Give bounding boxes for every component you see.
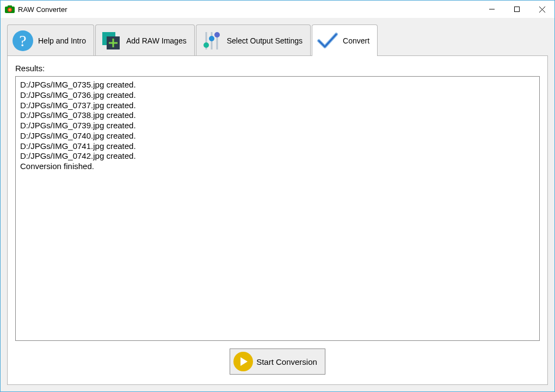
play-icon: [233, 352, 253, 371]
help-icon: ?: [12, 30, 34, 52]
tab-help[interactable]: ? Help and Intro: [7, 24, 94, 56]
svg-point-18: [209, 36, 214, 41]
svg-point-19: [214, 32, 220, 38]
tab-add-label: Add RAW Images: [126, 36, 187, 45]
tab-content-convert: Results: D:/JPGs/IMG_0735.jpg created.D:…: [7, 55, 548, 385]
tab-bar: ? Help and Intro Add RAW Images: [7, 24, 548, 56]
start-conversion-button[interactable]: Start Conversion: [230, 349, 325, 375]
maximize-button[interactable]: [504, 1, 529, 18]
tab-help-label: Help and Intro: [38, 36, 86, 45]
tab-convert[interactable]: Convert: [312, 24, 378, 56]
close-button[interactable]: [529, 1, 554, 18]
results-line: D:/JPGs/IMG_0738.jpg created.: [20, 110, 535, 121]
results-line: D:/JPGs/IMG_0741.jpg created.: [20, 141, 535, 152]
svg-marker-20: [240, 357, 248, 366]
results-line: Conversion finished.: [20, 161, 535, 172]
results-line: D:/JPGs/IMG_0736.jpg created.: [20, 90, 535, 101]
results-line: D:/JPGs/IMG_0742.jpg created.: [20, 151, 535, 161]
tab-add[interactable]: Add RAW Images: [95, 24, 195, 56]
start-conversion-label: Start Conversion: [256, 357, 317, 366]
minimize-button[interactable]: [479, 1, 504, 18]
checkmark-icon: [317, 30, 338, 52]
tab-settings[interactable]: Select Output Settings: [196, 24, 311, 56]
results-textbox[interactable]: D:/JPGs/IMG_0735.jpg created.D:/JPGs/IMG…: [15, 76, 540, 341]
tab-settings-label: Select Output Settings: [227, 36, 303, 45]
results-line: D:/JPGs/IMG_0740.jpg created.: [20, 131, 535, 141]
svg-rect-5: [515, 7, 520, 12]
results-line: D:/JPGs/IMG_0737.jpg created.: [20, 101, 535, 111]
svg-point-17: [203, 42, 209, 48]
svg-rect-1: [8, 5, 12, 8]
window-title: RAW Converter: [18, 5, 479, 14]
add-images-icon: [100, 30, 122, 52]
tab-convert-label: Convert: [343, 36, 369, 45]
svg-text:?: ?: [19, 32, 26, 49]
client-area: ? Help and Intro Add RAW Images: [1, 18, 554, 391]
results-line: D:/JPGs/IMG_0739.jpg created.: [20, 121, 535, 131]
sliders-icon: [201, 30, 223, 52]
window-controls: [479, 1, 554, 18]
app-window: RAW Converter ? Help and Intro: [0, 0, 555, 392]
bottom-row: Start Conversion: [15, 341, 540, 377]
results-line: D:/JPGs/IMG_0735.jpg created.: [20, 80, 535, 90]
app-icon: [5, 5, 15, 13]
results-label: Results:: [15, 64, 540, 73]
titlebar[interactable]: RAW Converter: [1, 1, 554, 18]
svg-point-3: [9, 9, 11, 11]
